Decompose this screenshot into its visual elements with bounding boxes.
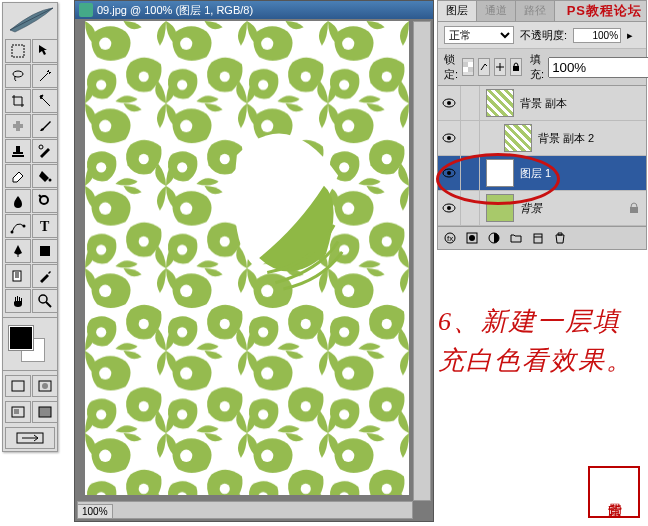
svg-text:T: T (40, 219, 50, 234)
screen-mode-2[interactable] (32, 401, 58, 423)
layer-row[interactable]: 背景 副本 (438, 86, 646, 121)
stamp-tool[interactable] (5, 139, 31, 163)
svg-rect-29 (463, 62, 468, 67)
svg-point-39 (447, 206, 451, 210)
tab-layers[interactable]: 图层 (438, 1, 477, 21)
visibility-toggle[interactable] (438, 121, 461, 155)
fill-label: 填充: (530, 52, 544, 82)
tab-channels[interactable]: 通道 (477, 1, 516, 21)
svg-point-7 (39, 145, 43, 149)
delete-layer-button[interactable] (552, 230, 568, 246)
document-titlebar[interactable]: 09.jpg @ 100% (图层 1, RGB/8) (75, 1, 433, 19)
svg-rect-6 (12, 155, 24, 157)
layer-mask-button[interactable] (464, 230, 480, 246)
visibility-toggle[interactable] (438, 191, 461, 225)
eraser-tool[interactable] (5, 164, 31, 188)
new-layer-button[interactable] (530, 230, 546, 246)
lock-icon (628, 202, 640, 214)
annotation-text: 6、新建一层填充白色看效果。 (438, 302, 642, 380)
path-tool[interactable] (5, 214, 31, 238)
zoom-status[interactable]: 100% (77, 504, 113, 519)
svg-rect-21 (39, 407, 51, 417)
scrollbar-vertical[interactable] (413, 21, 431, 501)
standard-mode[interactable] (5, 375, 31, 397)
tab-paths[interactable]: 路径 (516, 1, 555, 21)
slice-tool[interactable] (32, 89, 58, 113)
svg-point-44 (469, 235, 475, 241)
quickmask-mode[interactable] (32, 375, 58, 397)
visibility-toggle[interactable] (438, 156, 461, 190)
lock-transparency[interactable] (462, 58, 474, 76)
fill-input[interactable] (548, 57, 648, 78)
lock-position[interactable] (494, 58, 506, 76)
document-title: 09.jpg @ 100% (图层 1, RGB/8) (97, 1, 253, 19)
adjustment-layer-button[interactable] (486, 230, 502, 246)
document-window: 09.jpg @ 100% (图层 1, RGB/8) (74, 0, 434, 522)
link-cell[interactable] (461, 121, 480, 155)
layer-fx-button[interactable]: fx (442, 230, 458, 246)
foreground-color[interactable] (9, 326, 33, 350)
blend-mode-select[interactable]: 正常 (444, 26, 514, 44)
lasso-tool[interactable] (5, 64, 31, 88)
watermark-text: PS教程论坛 (567, 2, 642, 20)
svg-point-35 (447, 136, 451, 140)
visibility-toggle[interactable] (438, 86, 461, 120)
layer-name: 背景 (520, 201, 628, 216)
svg-rect-4 (16, 146, 20, 152)
link-cell[interactable] (461, 86, 480, 120)
svg-rect-0 (12, 45, 24, 57)
canvas[interactable] (85, 21, 409, 495)
crop-tool[interactable] (5, 89, 31, 113)
seal-stamp: 背景印 (588, 466, 640, 518)
eyedropper-tool[interactable] (32, 264, 58, 288)
layers-panel: 图层 通道 路径 正常 不透明度: ▸ 锁定: 填充: ▸ 背景 副本背景 副本… (437, 0, 647, 250)
layer-thumbnail[interactable] (486, 194, 514, 222)
app-feather-icon (5, 5, 55, 35)
file-icon (79, 3, 93, 17)
move-tool[interactable] (32, 39, 58, 63)
link-cell[interactable] (461, 156, 480, 190)
marquee-tool[interactable] (5, 39, 31, 63)
lock-all[interactable] (510, 58, 522, 76)
layer-row[interactable]: 背景 副本 2 (438, 121, 646, 156)
dodge-tool[interactable] (32, 189, 58, 213)
layer-thumbnail[interactable] (504, 124, 532, 152)
notes-tool[interactable] (5, 264, 31, 288)
layer-thumbnail[interactable] (486, 159, 514, 187)
layer-group-button[interactable] (508, 230, 524, 246)
color-swatches[interactable] (3, 320, 57, 368)
svg-rect-40 (630, 207, 638, 213)
lock-image[interactable] (478, 58, 490, 76)
layer-row[interactable]: 背景 (438, 191, 646, 226)
svg-point-33 (447, 101, 451, 105)
layer-name: 背景 副本 (520, 96, 646, 111)
zoom-tool[interactable] (32, 289, 58, 313)
svg-text:fx: fx (447, 234, 453, 243)
opacity-input[interactable] (573, 28, 621, 43)
svg-rect-5 (13, 152, 23, 154)
type-tool[interactable]: T (32, 214, 58, 238)
svg-point-9 (40, 196, 48, 204)
opacity-label: 不透明度: (520, 28, 567, 43)
svg-rect-3 (16, 121, 20, 131)
heal-tool[interactable] (5, 114, 31, 138)
screen-mode-1[interactable] (5, 401, 31, 423)
layer-thumbnail[interactable] (486, 89, 514, 117)
bucket-tool[interactable] (32, 164, 58, 188)
svg-rect-16 (12, 381, 24, 391)
svg-rect-46 (534, 234, 542, 243)
brush-tool[interactable] (32, 114, 58, 138)
jump-to-imageready[interactable] (5, 427, 55, 449)
shape-tool[interactable] (32, 239, 58, 263)
hand-tool[interactable] (5, 289, 31, 313)
lock-label: 锁定: (444, 52, 458, 82)
svg-point-37 (447, 171, 451, 175)
history-brush-tool[interactable] (32, 139, 58, 163)
layer-row[interactable]: 图层 1 (438, 156, 646, 191)
wand-tool[interactable] (32, 64, 58, 88)
opacity-arrow-icon[interactable]: ▸ (627, 29, 633, 42)
link-cell[interactable] (461, 191, 480, 225)
blur-tool[interactable] (5, 189, 31, 213)
scrollbar-horizontal[interactable] (77, 501, 413, 519)
pen-tool[interactable] (5, 239, 31, 263)
